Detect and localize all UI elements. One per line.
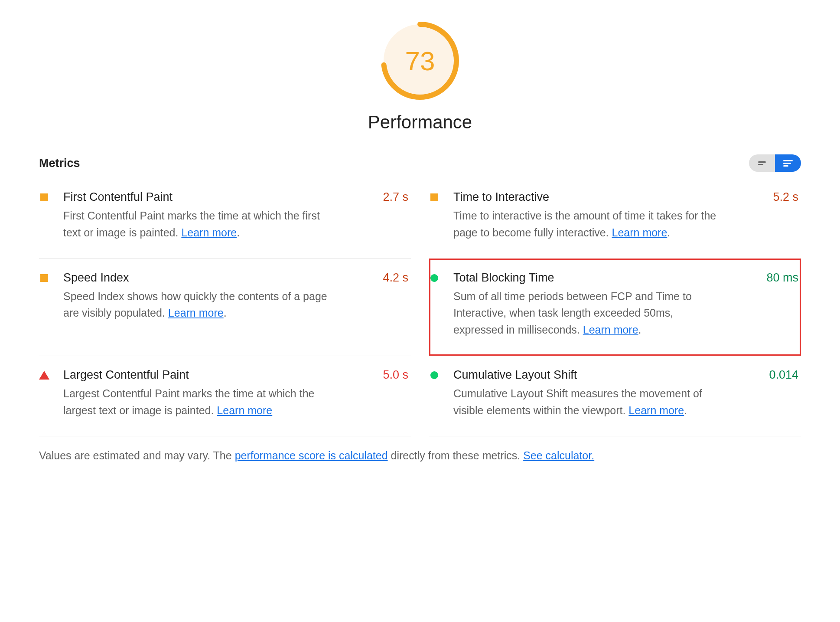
metric-lcp: Largest Contentful Paint Largest Content… [39,356,411,436]
metric-title: First Contentful Paint [63,190,372,204]
see-calculator-link[interactable]: See calculator. [523,449,594,462]
metric-tti: Time to Interactive Time to interactive … [429,178,801,259]
square-icon [430,193,439,202]
metric-value: 5.2 s [764,190,798,204]
metric-title: Speed Index [63,271,372,285]
score-calculation-link[interactable]: performance score is calculated [235,449,388,462]
learn-more-link[interactable]: Learn more [612,226,667,239]
divider [39,436,411,436]
metric-tbt: Total Blocking Time Sum of all time peri… [429,259,801,356]
metric-value: 5.0 s [374,368,408,382]
view-toggle-expanded[interactable] [775,154,801,172]
metric-description: Time to interactive is the amount of tim… [453,207,718,241]
performance-score: 73 [405,46,435,76]
metric-speed-index: Speed Index Speed Index shows how quickl… [39,259,411,356]
view-toggle-compact[interactable] [749,154,775,172]
compact-view-icon [758,161,766,165]
metric-value: 80 ms [758,271,798,285]
metric-description: Speed Index shows how quickly the conten… [63,288,328,322]
performance-gauge-section: 73 Performance [39,22,801,133]
learn-more-link[interactable]: Learn more [583,324,638,336]
metrics-footnote: Values are estimated and may vary. The p… [39,449,801,462]
metric-description: Largest Contentful Paint marks the time … [63,385,328,419]
metric-cls: Cumulative Layout Shift Cumulative Layou… [429,356,801,436]
metric-title: Total Blocking Time [453,271,756,285]
metric-value: 4.2 s [374,271,408,285]
category-title: Performance [368,112,472,133]
metrics-heading: Metrics [39,157,80,170]
metric-title: Time to Interactive [453,190,762,204]
metric-title: Largest Contentful Paint [63,368,372,382]
expanded-view-icon [783,160,793,167]
learn-more-link[interactable]: Learn more [181,226,237,239]
metric-description: First Contentful Paint marks the time at… [63,207,328,241]
circle-icon [430,371,439,380]
metric-fcp: First Contentful Paint First Contentful … [39,178,411,259]
metric-description: Cumulative Layout Shift measures the mov… [453,385,718,419]
triangle-icon [40,371,49,380]
metric-title: Cumulative Layout Shift [453,368,759,382]
metrics-grid: First Contentful Paint First Contentful … [39,178,801,436]
learn-more-link[interactable]: Learn more [168,307,224,319]
metric-value: 0.014 [760,368,798,382]
metric-value: 2.7 s [374,190,408,204]
circle-icon [430,274,439,282]
learn-more-link[interactable]: Learn more [628,404,684,416]
performance-gauge: 73 [381,22,459,100]
square-icon [40,274,49,282]
metric-description: Sum of all time periods between FCP and … [453,288,718,338]
metrics-header: Metrics [39,154,801,178]
view-toggle [749,154,801,172]
square-icon [40,193,49,202]
learn-more-link[interactable]: Learn more [217,404,272,416]
divider [429,436,801,436]
